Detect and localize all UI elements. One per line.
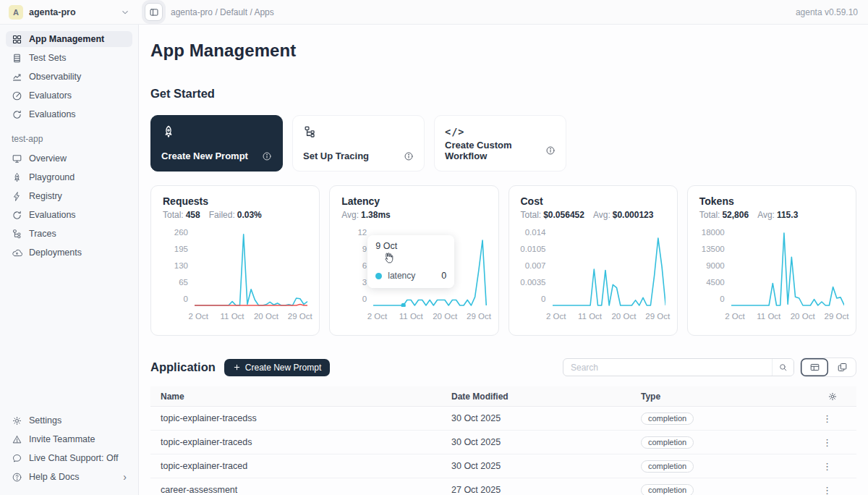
y-axis-ticks: 0.0140.01050.0070.00350 [521,228,553,303]
sidebar-item-deployments[interactable]: Deployments [6,245,132,261]
sidebar-item-live-chat-support[interactable]: Live Chat Support: Off [6,450,132,466]
sidebar-item-overview[interactable]: Overview [6,151,132,166]
view-toggle [800,358,856,377]
row-menu-icon[interactable]: ⋮ [820,485,835,495]
tree-icon [12,229,22,240]
create-new-prompt-button[interactable]: Create New Prompt [224,359,330,376]
rocket-icon [161,124,272,139]
sidebar-item-label: Evaluations [29,109,76,119]
metric-cards: Requests Total:458 Failed:0.03% 26019513… [150,185,856,336]
series-dot [375,273,382,279]
sidebar-item-test-sets[interactable]: Test Sets [6,50,132,66]
cost-chart: 0.0140.01050.0070.00350 2 Oct11 Oct20 Oc… [521,232,665,321]
tree-icon [303,124,414,139]
tokens-chart: 1800013500900045000 2 Oct11 Oct20 Oct29 … [699,232,844,321]
refresh-icon [12,109,22,120]
app-date: 30 Oct 2025 [441,461,631,471]
sidebar-item-label: Evaluations [29,210,76,220]
gear-icon [12,415,22,426]
tooltip-value: 0 [441,271,446,281]
table-row[interactable]: topic-explainer-traced 30 Oct 2025 compl… [150,454,856,478]
row-menu-icon[interactable]: ⋮ [820,437,835,448]
sidebar-item-label: Live Chat Support: Off [29,453,118,463]
card-label: Create Custom Workflow [445,140,545,161]
sidebar-item-invite-teammate[interactable]: Invite Teammate [6,431,132,447]
workspace-name: agenta-pro [29,7,76,17]
table-row[interactable]: topic-explainer-tracedss 30 Oct 2025 com… [150,407,856,431]
sidebar-item-playground[interactable]: Playground [6,169,132,185]
application-header: Application Create New Prompt [150,358,856,377]
info-icon[interactable] [262,151,272,161]
monitor-icon [12,153,22,164]
type-badge: completion [641,436,694,449]
sidebar-item-registry[interactable]: Registry [6,188,132,204]
y-axis-ticks: 1800013500900045000 [699,228,731,303]
app-name: topic-explainer-traced [150,461,441,471]
sidebar-item-traces[interactable]: Traces [6,226,132,242]
sidebar-item-settings[interactable]: Settings [6,412,132,428]
row-menu-icon[interactable]: ⋮ [820,461,835,472]
sidebar-item-app-management[interactable]: App Management [6,31,132,47]
app-date: 27 Oct 2025 [441,485,631,495]
line-chart [731,232,844,307]
grid-icon [12,34,22,45]
sidebar-item-label: Playground [29,172,75,182]
set-up-tracing-card[interactable]: Set Up Tracing [292,115,425,172]
search-icon[interactable] [772,359,793,376]
refresh-icon [12,210,22,221]
line-chart [553,232,665,307]
gauge-icon [12,90,22,101]
sidebar-item-help-docs[interactable]: Help & Docs › [6,469,132,485]
chart-stats: Total:52,806 Avg:115.3 [699,210,844,220]
sidebar-toggle-button[interactable] [145,3,163,21]
sidebar-app-section-label: test-app [12,134,132,144]
table-row[interactable]: career-assessment 27 Oct 2025 completion… [150,478,856,495]
card-view-button[interactable] [828,358,856,376]
tooltip-series-label: latency [388,271,415,281]
chart-tooltip: 9 Oct latency 0 [367,235,454,288]
create-new-prompt-card[interactable]: Create New Prompt [150,115,283,172]
info-icon[interactable] [404,151,414,161]
sidebar-item-evaluations[interactable]: Evaluations [6,106,132,122]
plus-icon [233,363,241,371]
chart-title: Latency [341,195,486,207]
y-axis-ticks: 260195130650 [163,228,195,303]
sidebar-item-label: Settings [29,415,61,426]
row-menu-icon[interactable]: ⋮ [820,413,835,424]
x-axis-ticks: 2 Oct11 Oct20 Oct29 Oct [553,312,665,321]
info-icon[interactable] [545,145,556,156]
table-view-button[interactable] [801,358,828,376]
code-icon: </> [445,124,556,139]
breadcrumb[interactable]: agenta-pro / Default / Apps [171,7,274,17]
sidebar-item-label: Invite Teammate [29,434,95,444]
app-date: 30 Oct 2025 [441,437,631,447]
chart-title: Cost [521,195,665,207]
tokens-chart-card: Tokens Total:52,806 Avg:115.3 1800013500… [687,185,856,336]
top-bar: A agenta-pro agenta-pro / Default / Apps… [0,0,868,25]
sidebar-item-label: Traces [29,229,56,239]
column-header-name: Name [150,392,441,402]
sidebar-item-label: App Management [29,34,104,44]
line-chart [195,232,307,307]
main-content: App Management Get Started Create New Pr… [139,25,868,495]
table-header: Name Date Modified Type [150,386,856,407]
app-name: topic-explainer-traceds [150,437,441,447]
sidebar-item-evaluators[interactable]: Evaluators [6,88,132,103]
search-input[interactable] [563,363,772,373]
app-name: topic-explainer-tracedss [150,413,441,423]
column-settings-icon[interactable] [788,392,856,402]
latency-chart-card: Latency Avg:1.38ms 129630 2 Oct11 Oct20 … [329,185,498,336]
sidebar-item-evaluations-app[interactable]: Evaluations [6,207,132,223]
chart-stats: Avg:1.38ms [341,210,486,220]
sidebar-item-observability[interactable]: Observability [6,69,132,85]
tooltip-date: 9 Oct [375,241,446,251]
table-row[interactable]: topic-explainer-traceds 30 Oct 2025 comp… [150,431,856,454]
create-custom-workflow-card[interactable]: </> Create Custom Workflow [434,115,566,172]
workspace-switcher[interactable]: A agenta-pro [0,5,139,20]
chat-bubble-icon [12,453,22,464]
app-name: career-assessment [150,485,441,495]
sidebar-footer: Settings Invite Teammate Live Chat Suppo… [6,412,132,488]
column-header-type: Type [631,392,788,402]
cost-chart-card: Cost Total:$0.056452 Avg:$0.000123 0.014… [509,185,678,336]
question-circle-icon [12,472,22,483]
